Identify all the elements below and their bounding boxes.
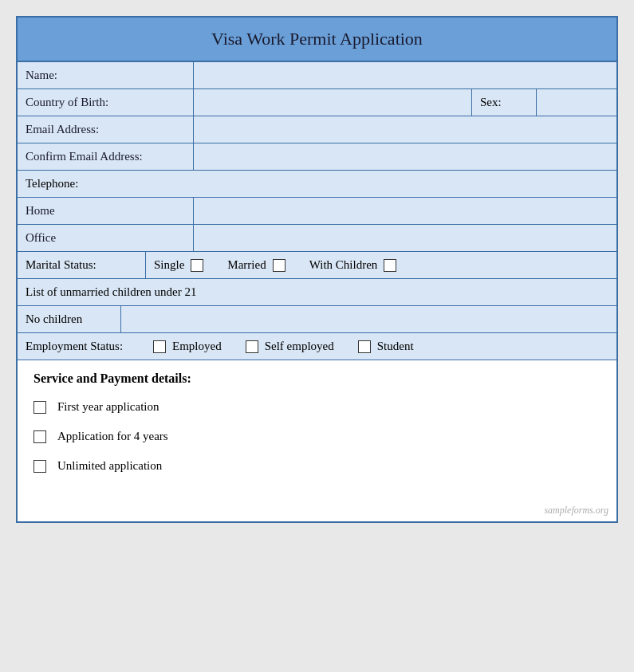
sex-label: Sex: [472,89,536,116]
home-input-cell [193,198,616,224]
single-checkbox[interactable] [191,259,203,272]
with-children-label: With Children [309,258,378,272]
no-children-label: No children [18,306,121,332]
telephone-label: Telephone: [18,171,616,197]
self-employed-option: Self employed [246,340,334,353]
country-sex-row: Country of Birth: Sex: [18,89,616,116]
service-option-2-checkbox[interactable] [33,430,46,443]
confirm-email-label: Confirm Email Address: [18,143,193,170]
telephone-row: Telephone: [18,171,616,198]
service-option-1-label: First year application [57,400,159,414]
employed-checkbox[interactable] [153,340,166,353]
student-label: Student [377,340,414,353]
country-of-birth-input[interactable] [202,96,463,109]
service-section: Service and Payment details: First year … [18,360,616,500]
marital-status-label: Marital Status: [18,252,145,278]
name-input-cell [193,62,616,88]
employed-label: Employed [172,340,222,353]
marital-options: Single Married With Children [145,252,616,278]
email-row: Email Address: [18,116,616,143]
sex-input[interactable] [545,95,608,108]
with-children-checkbox[interactable] [384,259,396,272]
student-checkbox[interactable] [358,340,371,353]
service-title: Service and Payment details: [33,371,601,386]
sex-input-cell [536,89,616,116]
office-label: Office [18,225,193,251]
service-option-1: First year application [33,400,601,414]
children-list-header: List of unmarried children under 21 [18,279,616,306]
home-row: Home [18,198,616,225]
country-input-cell [193,89,471,116]
service-option-3-checkbox[interactable] [33,460,46,473]
employment-options: Employed Self employed Student [153,340,608,353]
married-option: Married [227,258,285,272]
office-input[interactable] [202,232,608,245]
service-option-1-checkbox[interactable] [33,401,46,414]
self-employed-label: Self employed [265,340,334,353]
employment-status-row: Employment Status: Employed Self employe… [18,333,616,360]
married-checkbox[interactable] [273,259,285,272]
no-children-row: No children [18,306,616,333]
employment-status-label: Employment Status: [26,340,153,353]
email-label: Email Address: [18,116,193,143]
form-container: Visa Work Permit Application Name: Count… [16,16,618,523]
home-input[interactable] [202,205,608,218]
form-title: Visa Work Permit Application [18,18,616,62]
service-option-2-label: Application for 4 years [57,430,168,443]
name-row: Name: [18,62,616,89]
married-label: Married [227,258,266,272]
name-label: Name: [18,62,193,88]
confirm-email-row: Confirm Email Address: [18,143,616,171]
email-input[interactable] [202,124,608,136]
service-option-3: Unlimited application [33,459,601,473]
office-row: Office [18,225,616,252]
children-input[interactable] [129,312,608,324]
single-option: Single [154,258,203,272]
with-children-option: With Children [309,258,397,272]
employed-option: Employed [153,340,222,353]
student-option: Student [358,340,414,353]
watermark: sampleforms.org [18,500,616,521]
sex-section: Sex: [471,89,616,116]
name-input[interactable] [202,69,608,82]
confirm-email-input-cell [193,143,616,170]
home-label: Home [18,198,193,224]
country-of-birth-label: Country of Birth: [18,89,193,116]
children-input-cell [121,306,616,332]
marital-status-row: Marital Status: Single Married With Chil… [18,252,616,279]
single-label: Single [154,258,184,272]
service-option-3-label: Unlimited application [57,459,162,473]
service-option-2: Application for 4 years [33,430,601,443]
confirm-email-input[interactable] [202,151,608,163]
email-input-cell [193,116,616,143]
self-employed-checkbox[interactable] [246,340,258,353]
office-input-cell [193,225,616,251]
